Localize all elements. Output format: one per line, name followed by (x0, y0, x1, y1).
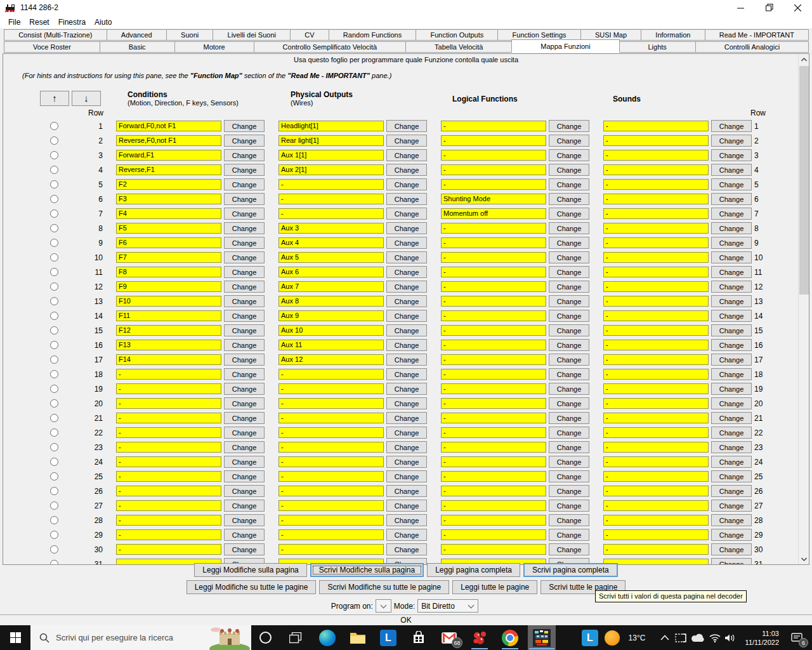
sounds-field[interactable]: - (603, 208, 709, 219)
conditions-field[interactable]: - (116, 544, 221, 555)
change-logical-button[interactable]: Change (549, 222, 589, 234)
change-logical-button[interactable]: Change (549, 164, 589, 176)
conditions-field[interactable]: Reverse,F1 (116, 164, 221, 175)
conditions-field[interactable]: Forward,F0,not F1 (116, 121, 221, 131)
row-select-radio[interactable] (50, 297, 58, 305)
change-logical-button[interactable]: Change (549, 470, 589, 482)
change-logical-button[interactable]: Change (549, 120, 589, 132)
sounds-field[interactable]: - (603, 456, 709, 467)
change-sounds-button[interactable]: Change (711, 529, 752, 541)
physical-outputs-field[interactable]: Aux 10 (278, 325, 384, 336)
change-logical-button[interactable]: Change (549, 178, 589, 190)
change-outputs-button[interactable]: Change (386, 441, 427, 453)
change-conditions-button[interactable]: Change (224, 164, 265, 176)
change-conditions-button[interactable]: Change (224, 149, 265, 161)
sounds-field[interactable]: - (603, 179, 709, 190)
tab[interactable]: Advanced (107, 29, 167, 41)
change-outputs-button[interactable]: Change (386, 543, 427, 555)
sounds-field[interactable]: - (603, 486, 709, 496)
logical-functions-field[interactable]: Shunting Mode (441, 194, 546, 204)
change-outputs-button[interactable]: Change (386, 222, 427, 234)
change-logical-button[interactable]: Change (549, 295, 589, 307)
change-logical-button[interactable]: Change (549, 456, 589, 468)
change-logical-button[interactable]: Change (549, 251, 589, 263)
change-sounds-button[interactable]: Change (711, 135, 752, 147)
tab[interactable]: Controlli Analogici (695, 41, 809, 53)
physical-outputs-field[interactable]: Headlight[1] (278, 121, 384, 131)
change-outputs-button[interactable]: Change (386, 135, 427, 147)
change-logical-button[interactable]: Change (549, 485, 589, 497)
sounds-field[interactable]: - (603, 369, 709, 380)
physical-outputs-field[interactable]: - (278, 486, 384, 496)
change-outputs-button[interactable]: Change (386, 485, 427, 497)
move-row-up-button[interactable]: ↑ (40, 91, 69, 106)
physical-outputs-field[interactable]: - (278, 515, 384, 526)
conditions-field[interactable]: - (116, 456, 221, 467)
page-action-button[interactable]: Leggi pagina completa (427, 563, 520, 577)
change-logical-button[interactable]: Change (549, 281, 589, 293)
conditions-field[interactable]: F4 (116, 208, 221, 219)
menu-item[interactable]: Aiuto (90, 16, 116, 29)
logical-functions-field[interactable]: - (441, 486, 546, 496)
change-outputs-button[interactable]: Change (386, 354, 427, 366)
change-conditions-button[interactable]: Change (224, 412, 265, 424)
microsoft-store-button[interactable] (406, 625, 431, 650)
change-conditions-button[interactable]: Change (224, 310, 265, 322)
wifi-button[interactable] (707, 625, 723, 650)
tab[interactable]: Lights (619, 41, 696, 53)
row-select-radio[interactable] (50, 370, 58, 378)
tray-expand-button[interactable] (657, 625, 672, 650)
change-conditions-button[interactable]: Change (224, 543, 265, 555)
row-select-radio[interactable] (50, 180, 58, 189)
change-conditions-button[interactable]: Change (224, 485, 265, 497)
change-conditions-button[interactable]: Change (224, 354, 265, 366)
change-conditions-button[interactable]: Change (224, 427, 265, 439)
physical-outputs-field[interactable]: Aux 1[1] (278, 150, 384, 161)
change-logical-button[interactable]: Change (549, 339, 589, 351)
change-conditions-button[interactable]: Change (224, 397, 265, 409)
sounds-field[interactable]: - (603, 529, 709, 540)
row-select-radio[interactable] (50, 487, 58, 495)
logical-functions-field[interactable]: - (441, 369, 546, 380)
conditions-field[interactable]: - (116, 369, 221, 380)
tab[interactable]: Suoni (166, 29, 213, 41)
change-outputs-button[interactable]: Change (386, 529, 427, 541)
row-select-radio[interactable] (50, 472, 58, 481)
row-select-radio[interactable] (50, 136, 58, 145)
row-select-radio[interactable] (50, 151, 58, 159)
logical-functions-field[interactable]: - (441, 471, 546, 482)
change-sounds-button[interactable]: Change (711, 368, 752, 380)
app-l-button[interactable]: L (376, 625, 401, 650)
change-logical-button[interactable]: Change (549, 266, 589, 278)
physical-outputs-field[interactable]: Aux 4 (278, 237, 384, 248)
program-on-select[interactable] (376, 599, 391, 613)
sounds-field[interactable]: - (603, 194, 709, 204)
change-logical-button[interactable]: Change (549, 368, 589, 380)
sounds-field[interactable]: - (603, 325, 709, 336)
tab[interactable]: Motore (174, 41, 254, 53)
logical-functions-field[interactable]: - (441, 179, 546, 190)
sounds-field[interactable]: - (603, 150, 709, 161)
sounds-field[interactable]: - (603, 223, 709, 234)
change-logical-button[interactable]: Change (549, 354, 589, 366)
close-button[interactable] (783, 0, 812, 15)
row-select-radio[interactable] (50, 312, 58, 320)
sounds-field[interactable]: - (603, 237, 709, 248)
move-row-down-button[interactable]: ↓ (72, 91, 101, 106)
change-sounds-button[interactable]: Change (711, 397, 752, 409)
change-conditions-button[interactable]: Change (224, 222, 265, 234)
physical-outputs-field[interactable]: Aux 9 (278, 310, 384, 321)
change-sounds-button[interactable]: Change (711, 310, 752, 322)
logical-functions-field[interactable]: - (441, 296, 546, 307)
change-logical-button[interactable]: Change (549, 193, 589, 205)
change-outputs-button[interactable]: Change (386, 514, 427, 526)
tab[interactable]: Voce Roster (4, 41, 100, 53)
vertical-scrollbar[interactable] (798, 54, 809, 564)
app-cherry-button[interactable] (467, 625, 492, 650)
row-select-radio[interactable] (50, 355, 58, 364)
logical-functions-field[interactable]: - (441, 223, 546, 234)
change-logical-button[interactable]: Change (549, 500, 589, 512)
row-select-radio[interactable] (50, 253, 58, 262)
logical-functions-field[interactable]: - (441, 237, 546, 248)
sounds-field[interactable]: - (603, 296, 709, 307)
